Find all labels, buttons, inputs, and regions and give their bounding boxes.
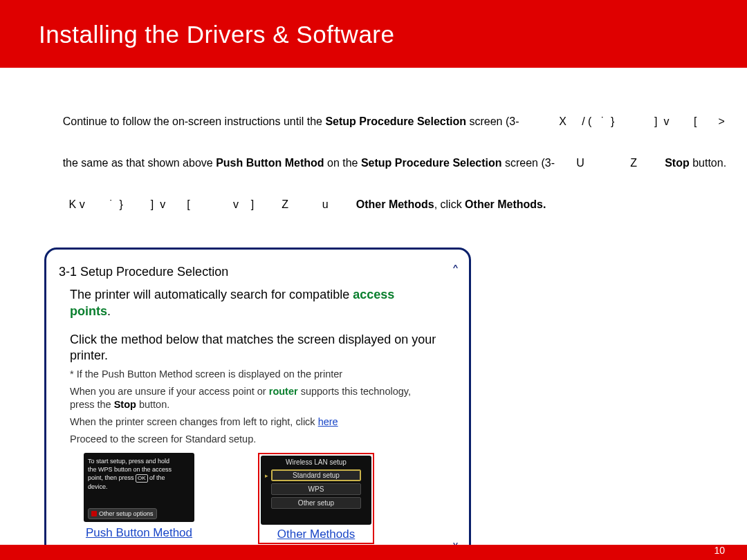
panel-small-1: * If the Push Button Method screen is di… (59, 368, 438, 381)
instr-l2e: screen (3- U Z (502, 157, 665, 169)
scroll-up-icon[interactable]: ˄ (452, 263, 459, 281)
instr-l1c: screen (3- X / ( ˙ } ] v [ > (466, 115, 725, 127)
instr-l2d: Setup Procedure Selection (361, 157, 502, 169)
instr-l1a: Continue to follow the on-screen instruc… (63, 115, 326, 127)
content-area: Continue to follow the on-screen instruc… (0, 68, 747, 560)
sm2e: button. (136, 399, 169, 410)
instr-l2f: Stop (665, 157, 690, 169)
ok-icon: OK (136, 474, 148, 483)
other-methods-highlight: Wireless LAN setup Standard setup WPS Ot… (258, 453, 374, 544)
page-header: Installing the Drivers & Software (0, 0, 747, 68)
other-setup-chip: Other setup options (88, 508, 157, 519)
tl4: device. (88, 483, 190, 491)
page-number: 10 (714, 545, 725, 556)
tl1: To start setup, press and hold (88, 457, 190, 465)
panel-search-c: . (107, 304, 111, 318)
tr-title: Wireless LAN setup (286, 458, 347, 466)
panel-sub-text: Click the method below that matches the … (59, 332, 438, 364)
other-methods-link[interactable]: Other Methods (277, 528, 355, 541)
footer-bar (0, 545, 747, 560)
tr-standard: Standard setup (271, 469, 361, 481)
panel-small-3: When the printer screen changes from lef… (59, 416, 438, 429)
panel-search-a: The printer will automatically search fo… (70, 288, 353, 301)
tl3c: of the (148, 474, 165, 481)
page-title: Installing the Drivers & Software (39, 21, 747, 48)
instr-l2c: on the (324, 157, 361, 169)
panel-small-4: Proceed to the screen for Standard setup… (59, 433, 438, 446)
stop-term: Stop (114, 399, 136, 410)
tr-wps: WPS (271, 483, 361, 495)
red-square-icon (91, 511, 97, 516)
instr-l3b: Other Methods (356, 198, 434, 210)
sm3a: When the printer screen changes from lef… (70, 416, 318, 427)
tl3a: point, then press (88, 474, 136, 481)
here-link[interactable]: here (318, 416, 338, 427)
instr-l1b: Setup Procedure Selection (325, 115, 466, 127)
panel-small-2: When you are unsure if your access point… (59, 385, 438, 411)
tl2: the WPS button on the access (88, 465, 190, 474)
instr-l2a: the same as that shown above (63, 157, 216, 169)
instr-l2b: Push Button Method (216, 157, 324, 169)
other-methods-thumbnail: Wireless LAN setup Standard setup WPS Ot… (261, 456, 371, 525)
instr-l3d: Other Methods. (465, 198, 546, 210)
panel-search-text: The printer will automatically search fo… (59, 286, 438, 319)
push-button-method-link[interactable]: Push Button Method (86, 526, 192, 540)
router-term: router (269, 386, 298, 397)
instr-l2g: button. (690, 157, 726, 169)
sm2a: When you are unsure if your access point… (70, 386, 269, 397)
instr-l3a: K v ˙ } ] v [ v ] Z u (63, 198, 356, 210)
thumbnail-row: To start setup, press and hold the WPS b… (59, 453, 438, 544)
setup-selection-panel: ˄ ˅ 3-1 Setup Procedure Selection The pr… (44, 248, 471, 560)
thumb-col-left: To start setup, press and hold the WPS b… (84, 453, 194, 544)
instruction-text: Continue to follow the on-screen instruc… (44, 101, 708, 225)
tr-other: Other setup (271, 497, 361, 509)
panel-title: 3-1 Setup Procedure Selection (59, 265, 438, 279)
instr-l3c: , click (434, 198, 465, 210)
thumb-col-right: Wireless LAN setup Standard setup WPS Ot… (258, 453, 374, 544)
other-setup-chip-label: Other setup options (99, 510, 154, 517)
push-button-thumbnail: To start setup, press and hold the WPS b… (84, 453, 194, 522)
